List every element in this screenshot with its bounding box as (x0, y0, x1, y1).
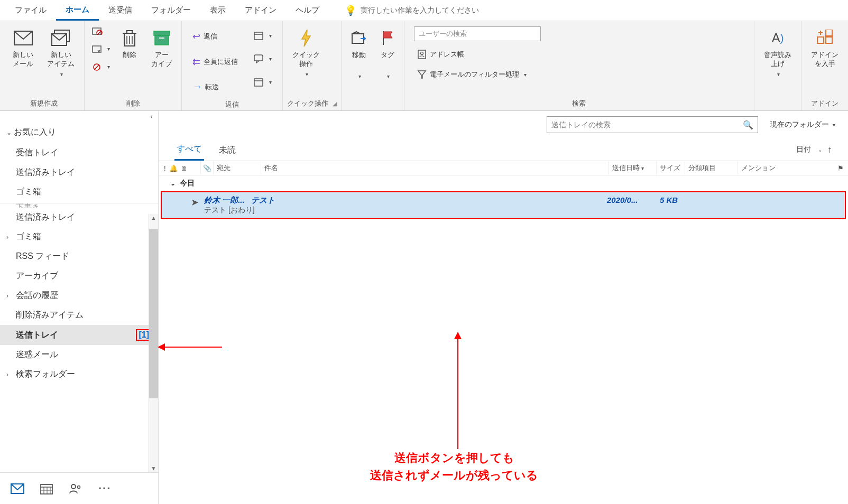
sidebar-item-inbox[interactable]: 受信トレイ (0, 143, 158, 163)
sidebar-item-archive[interactable]: アーカイブ (0, 266, 158, 286)
svg-rect-21 (254, 79, 263, 86)
chevron-down-icon: ⌄ (6, 129, 12, 136)
ribbon-group-move: 移動▾ タグ▾ (342, 21, 404, 110)
chevron-down-icon: ▾ (269, 33, 272, 39)
email-filter-button[interactable]: 電子メールのフィルター処理▾ (414, 68, 530, 81)
tab-unread[interactable]: 未読 (217, 139, 238, 160)
new-item-button[interactable]: 新しい アイテム▾ (42, 24, 80, 81)
col-date[interactable]: 送信日時▾ (609, 161, 657, 175)
sidebar-item-junk[interactable]: 迷惑メール (0, 345, 158, 365)
sort-indicator-icon: ▾ (641, 165, 644, 171)
people-nav-icon[interactable] (69, 483, 82, 494)
im-button[interactable]: ▾ (251, 52, 275, 66)
sidebar-item-deleted[interactable]: 削除済みアイテム (0, 305, 158, 325)
forward-button[interactable]: →転送 (189, 79, 241, 95)
menu-view[interactable]: 表示 (200, 1, 235, 20)
mail-row[interactable]: ➤ 鈴木 一郎... テスト テスト [おわり] 2020/0... 5 KB (161, 191, 846, 219)
menu-bar: ファイル ホーム 送受信 フォルダー 表示 アドイン ヘルプ 💡 実行したい作業… (0, 0, 848, 21)
sort-direction-icon[interactable]: ↑ (827, 144, 832, 155)
col-mention[interactable]: メンション (738, 161, 833, 175)
group-label-readaloud (759, 99, 797, 108)
col-icons[interactable]: !🔔🗎 (159, 161, 201, 175)
forward-icon: → (192, 81, 202, 92)
funnel-icon (417, 70, 427, 79)
group-label-search: 検索 (409, 98, 750, 108)
chevron-down-icon: ⌄ (170, 180, 176, 187)
menu-home[interactable]: ホーム (56, 1, 99, 21)
ignore-icon (92, 26, 103, 35)
col-flag[interactable]: ⚑ (833, 164, 848, 172)
flag-icon (381, 27, 394, 49)
menu-help[interactable]: ヘルプ (286, 1, 329, 20)
scroll-thumb[interactable] (149, 229, 158, 398)
ribbon: 新しい メール 新しい アイテム▾ 新規作成 ▾ ▾ 削除 (0, 21, 848, 111)
mail-subject: テスト (251, 195, 275, 206)
group-label-quick: クイック操作 ◢ (287, 98, 337, 108)
get-addins-button[interactable]: アドイン を入手 (806, 24, 844, 72)
more-reply-button[interactable]: ▾ (251, 75, 275, 89)
search-icon[interactable]: 🔍 (743, 120, 753, 130)
annotation-text: 送信ボタンを押しても 送信されずメールが残っている (370, 449, 538, 484)
sidebar-item-peek: 下書き (0, 201, 158, 208)
col-subject[interactable]: 件名 (261, 161, 609, 175)
folder-search-input[interactable] (551, 120, 743, 129)
sidebar-item-conversation[interactable]: ›会話の履歴 (0, 286, 158, 305)
more-nav-icon[interactable]: ··· (98, 482, 111, 496)
svg-rect-28 (826, 37, 832, 43)
sidebar-scrollbar[interactable]: ▲ ▼ (149, 214, 158, 472)
reply-button[interactable]: ↩返信 (189, 29, 241, 44)
quick-steps-button[interactable]: クイック 操作▾ (287, 24, 325, 81)
col-attachment[interactable]: 📎 (201, 161, 214, 175)
bulb-icon: 💡 (345, 5, 356, 16)
move-button[interactable]: 移動▾ (346, 24, 372, 83)
group-label: 今日 (180, 179, 195, 188)
importance-icon: ! (164, 164, 166, 172)
meeting-button[interactable]: ▾ (251, 29, 275, 42)
tag-button[interactable]: タグ▾ (375, 24, 400, 83)
dialog-launcher-icon[interactable]: ◢ (333, 100, 337, 107)
ignore-button[interactable] (89, 24, 113, 37)
junk-button[interactable]: ▾ (89, 60, 113, 73)
col-to[interactable]: 宛先 (214, 161, 261, 175)
reply-all-button[interactable]: ⇇全員に返信 (189, 54, 241, 70)
address-book-label: アドレス帳 (430, 50, 464, 59)
chevron-down-icon: ▾ (269, 56, 272, 62)
sidebar-item-trash2[interactable]: ›ゴミ箱 (0, 227, 158, 247)
scroll-down-icon[interactable]: ▼ (150, 464, 158, 472)
cleanup-button[interactable]: ▾ (89, 42, 113, 55)
collapse-sidebar-button[interactable]: ‹ (0, 111, 158, 122)
search-scope-dropdown[interactable]: 現在のフォルダー ▾ (764, 117, 841, 133)
favorites-header[interactable]: ⌄ お気に入り (0, 122, 158, 143)
scroll-up-icon[interactable]: ▲ (150, 214, 158, 222)
chevron-down-icon: ▾ (107, 64, 110, 70)
calendar-nav-icon[interactable] (40, 483, 53, 494)
new-mail-button[interactable]: 新しい メール (7, 24, 39, 72)
sidebar-item-search-folder[interactable]: ›検索フォルダー (0, 365, 158, 384)
menu-addin[interactable]: アドイン (235, 1, 286, 20)
sidebar-item-outbox[interactable]: 送信トレイ [1] (0, 325, 158, 345)
mail-nav-icon[interactable] (11, 483, 24, 494)
sidebar-item-trash[interactable]: ゴミ箱 (0, 182, 158, 202)
col-size[interactable]: サイズ (657, 161, 685, 175)
sort-control[interactable]: 日付⌄ ↑ (796, 144, 832, 155)
archive-button[interactable]: アー カイブ (146, 24, 177, 72)
sidebar-item-sent[interactable]: 送信済みトレイ (0, 163, 158, 182)
chevron-right-icon: › (6, 234, 8, 241)
tell-me-search[interactable]: 💡 実行したい作業を入力してください (345, 5, 479, 16)
menu-sendrecv[interactable]: 送受信 (99, 1, 142, 20)
cleanup-icon (92, 44, 103, 53)
menu-file[interactable]: ファイル (5, 1, 56, 20)
sidebar-item-rss[interactable]: RSS フィード (0, 247, 158, 266)
sidebar-item-sent2[interactable]: 送信済みトレイ (0, 208, 158, 227)
tab-all[interactable]: すべて (174, 138, 204, 161)
menu-folder[interactable]: フォルダー (142, 1, 200, 20)
read-aloud-button[interactable]: A) 音声読み 上げ▾ (759, 24, 797, 81)
address-book-button[interactable]: アドレス帳 (414, 48, 467, 61)
col-category[interactable]: 分類項目 (685, 161, 738, 175)
delete-button[interactable]: 削除 (116, 24, 143, 63)
quick-label: クイック 操作 (292, 51, 320, 69)
doc-icon: 🗎 (181, 164, 188, 172)
folder-search-box[interactable]: 🔍 (547, 116, 758, 133)
user-search-input[interactable]: ユーザーの検索 (414, 26, 541, 41)
group-today[interactable]: ⌄ 今日 (159, 175, 848, 191)
